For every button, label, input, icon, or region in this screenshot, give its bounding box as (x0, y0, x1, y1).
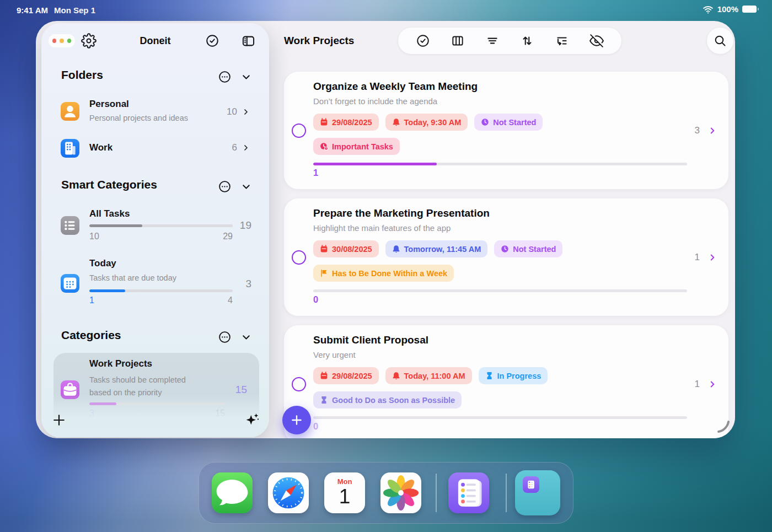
calendar-app-icon[interactable]: Mon 1 (324, 472, 365, 513)
task-title: Organize a Weekly Team Meeting (313, 80, 478, 93)
tag-badge: Good to Do as Soon as Possible (313, 391, 462, 409)
subtask-count: 1 (695, 252, 700, 263)
folders-heading: Folders (61, 68, 103, 82)
add-task-button[interactable] (282, 406, 311, 434)
doneit-app-icon[interactable] (448, 472, 489, 513)
search-icon (714, 34, 727, 47)
group-icon[interactable] (555, 34, 569, 48)
clock-icon (481, 118, 489, 126)
smart-categories-heading: Smart Categories (61, 178, 157, 191)
due-date-badge: 29/08/2025 (313, 367, 379, 384)
check-circle-icon[interactable] (416, 34, 430, 48)
toolbar (398, 28, 621, 54)
folder-count: 10 (227, 106, 237, 117)
task-subtitle: Highlight the main features of the app (313, 223, 451, 233)
more-options-icon[interactable] (218, 180, 232, 194)
task-progress-count: 0 (313, 294, 318, 305)
task-progress-track (313, 416, 687, 419)
task-progress-count: 0 (313, 421, 318, 432)
done-count: 1 (89, 295, 94, 305)
calendar-icon (61, 274, 79, 293)
status-badge: Not Started (494, 240, 562, 257)
task-card[interactable]: Organize a Weekly Team Meeting Don’t for… (284, 72, 728, 189)
safari-app-icon[interactable] (268, 472, 309, 513)
smart-category-description: Tasks that are due today (89, 273, 176, 282)
task-progress-count: 1 (313, 168, 318, 178)
filter-icon[interactable] (485, 34, 500, 48)
calendar-weekday: Mon (337, 477, 352, 486)
add-category-button[interactable] (51, 412, 67, 428)
person-icon (61, 102, 79, 121)
columns-icon[interactable] (451, 34, 465, 48)
mini-task-list-icon (525, 479, 537, 491)
badge-label: 29/08/2025 (332, 372, 372, 380)
task-progress-track (313, 163, 687, 165)
badge-label: Not Started (513, 245, 556, 254)
sidebar-toggle-icon[interactable] (241, 34, 256, 49)
badge-label: Today, 9:30 AM (404, 118, 462, 127)
badge-label: Tomorrow, 11:45 AM (404, 245, 481, 254)
task-checkbox[interactable] (292, 123, 306, 138)
badge-label: 30/08/2025 (332, 245, 372, 254)
calendar-icon (320, 245, 328, 253)
task-list-icon (448, 472, 489, 513)
subtask-count: 3 (695, 125, 700, 136)
chevron-down-icon[interactable] (240, 71, 252, 83)
check-circle-icon[interactable] (205, 34, 219, 48)
resize-handle[interactable] (716, 419, 731, 434)
more-options-icon[interactable] (218, 70, 232, 84)
tag-badge: Has to Be Done Within a Week (313, 265, 454, 282)
eye-off-icon[interactable] (589, 34, 604, 48)
sort-icon[interactable] (520, 34, 534, 48)
task-checkbox[interactable] (292, 377, 306, 391)
task-title: Submit Client Proposal (313, 334, 428, 346)
chevron-right-icon[interactable] (707, 379, 717, 389)
smart-category-name: All Tasks (89, 208, 130, 219)
clock-icon (501, 245, 509, 253)
chevron-right-icon[interactable] (707, 252, 717, 262)
smart-category-name: Today (89, 258, 116, 269)
flower-icon (380, 472, 421, 513)
calendar-icon (320, 372, 328, 380)
messages-app-icon[interactable] (212, 472, 253, 513)
badge-label: Has to Be Done Within a Week (332, 269, 447, 278)
list-icon (61, 216, 79, 235)
ai-sparkles-icon[interactable] (244, 411, 260, 428)
recent-app-icon[interactable] (515, 470, 560, 515)
chat-bubble-icon (212, 472, 253, 513)
calendar-icon (320, 118, 328, 126)
folder-description: Personal projects and ideas (89, 114, 188, 122)
chevron-right-icon[interactable] (707, 126, 717, 136)
badge-label: Important Tasks (332, 142, 393, 151)
dock-divider (506, 474, 507, 512)
category-progress-fill (89, 289, 125, 292)
task-card[interactable]: Prepare the Marketing Presentation Highl… (284, 198, 728, 316)
task-checkbox[interactable] (292, 250, 306, 265)
chevron-down-icon[interactable] (240, 181, 252, 192)
photos-app-icon[interactable] (380, 472, 421, 513)
sidebar-bottom-fade (41, 394, 269, 437)
reminder-badge: Tomorrow, 11:45 AM (385, 240, 488, 257)
more-options-icon[interactable] (218, 330, 232, 344)
due-date-badge: 30/08/2025 (313, 240, 379, 257)
calendar-day: 1 (339, 486, 351, 508)
task-title: Prepare the Marketing Presentation (313, 207, 490, 219)
compass-icon (268, 472, 309, 513)
task-card[interactable]: Submit Client Proposal Very urgent 29/08… (284, 325, 728, 438)
folder-count: 6 (232, 142, 237, 153)
battery-icon (742, 6, 757, 13)
badge-label: Not Started (493, 118, 536, 127)
clock-alert-icon (320, 142, 328, 151)
sidebar-panel: Doneit Folders Personal Personal project… (41, 23, 269, 437)
app-title: Doneit (41, 35, 269, 47)
chevron-right-icon (242, 143, 250, 152)
task-subtitle: Don’t forget to include the agenda (313, 96, 437, 106)
category-name: Work Projects (89, 358, 152, 369)
folder-name: Personal (89, 99, 129, 110)
status-date: Mon Sep 1 (54, 6, 95, 15)
tag-badge: Important Tasks (313, 138, 400, 155)
chevron-down-icon[interactable] (240, 331, 252, 343)
badge-label: Today, 11:00 AM (404, 372, 465, 380)
search-button[interactable] (707, 28, 733, 54)
bell-icon (392, 372, 400, 380)
